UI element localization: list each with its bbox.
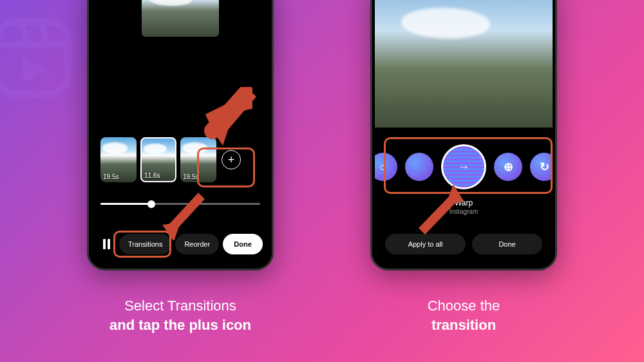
caption-line2: transition bbox=[431, 317, 496, 333]
pause-button[interactable] bbox=[98, 234, 115, 254]
video-preview bbox=[142, 0, 219, 37]
clip-duration: 19.5s bbox=[103, 173, 118, 180]
selected-transition-source: Instagram bbox=[375, 208, 553, 215]
transition-option-warp[interactable]: → bbox=[441, 144, 486, 189]
caption-line2: and tap the plus icon bbox=[109, 317, 251, 333]
transition-option-blur[interactable] bbox=[405, 153, 433, 181]
clips-row: 19.5s 11.6s 19.5s + bbox=[91, 137, 269, 182]
timeline-progress bbox=[100, 203, 151, 205]
add-clip-button[interactable]: + bbox=[222, 150, 241, 169]
svg-marker-4 bbox=[23, 56, 46, 83]
circle-icon: ○ bbox=[380, 160, 387, 174]
clip-thumbnail[interactable]: 19.5s bbox=[100, 137, 137, 182]
selected-transition-name: Warp bbox=[375, 198, 553, 207]
plus-icon: + bbox=[228, 153, 235, 167]
transition-option-zoom[interactable]: ⊕ bbox=[494, 153, 522, 181]
button-label: Done bbox=[498, 240, 515, 248]
editor-bottom-bar: Transitions Reorder Done bbox=[91, 234, 269, 254]
zoom-icon: ⊕ bbox=[504, 160, 513, 174]
step2-caption: Choose the transition bbox=[367, 296, 560, 334]
arrow-right-icon: → bbox=[458, 160, 469, 174]
button-label: Transitions bbox=[128, 240, 162, 248]
caption-line1: Select Transitions bbox=[124, 298, 236, 314]
step1-caption: Select Transitions and tap the plus icon bbox=[84, 296, 277, 334]
apply-to-all-button[interactable]: Apply to all bbox=[385, 234, 466, 254]
clip-duration: 11.6s bbox=[144, 172, 160, 179]
timeline-slider[interactable] bbox=[100, 203, 260, 205]
transitions-panel: ○ → ⊕ ↻ Warp Ins bbox=[375, 128, 553, 266]
transition-option-circle-out[interactable]: ○ bbox=[375, 153, 397, 181]
done-button[interactable]: Done bbox=[472, 234, 542, 254]
clip-thumbnail[interactable]: 11.6s bbox=[140, 137, 176, 182]
phone-mockup-step1: 19.5s 11.6s 19.5s + Transitions bbox=[87, 0, 274, 271]
caption-line1: Choose the bbox=[428, 298, 500, 314]
svg-rect-0 bbox=[0, 22, 68, 94]
transitions-button[interactable]: Transitions bbox=[119, 234, 171, 254]
reels-logo-watermark bbox=[0, 13, 77, 103]
clip-duration: 19.5s bbox=[183, 173, 198, 180]
button-label: Reorder bbox=[184, 240, 210, 248]
phone-mockup-step2: ○ → ⊕ ↻ Warp Ins bbox=[370, 0, 557, 271]
done-button[interactable]: Done bbox=[223, 234, 263, 254]
button-label: Done bbox=[234, 240, 252, 248]
button-label: Apply to all bbox=[408, 240, 443, 248]
transition-options-row: ○ → ⊕ ↻ bbox=[375, 128, 553, 195]
reorder-button[interactable]: Reorder bbox=[175, 234, 219, 254]
timeline-handle[interactable] bbox=[147, 200, 155, 208]
clip-thumbnail[interactable]: 19.5s bbox=[180, 137, 216, 182]
video-preview bbox=[375, 0, 553, 137]
transition-option-spin[interactable]: ↻ bbox=[530, 153, 553, 181]
spin-icon: ↻ bbox=[540, 160, 549, 174]
